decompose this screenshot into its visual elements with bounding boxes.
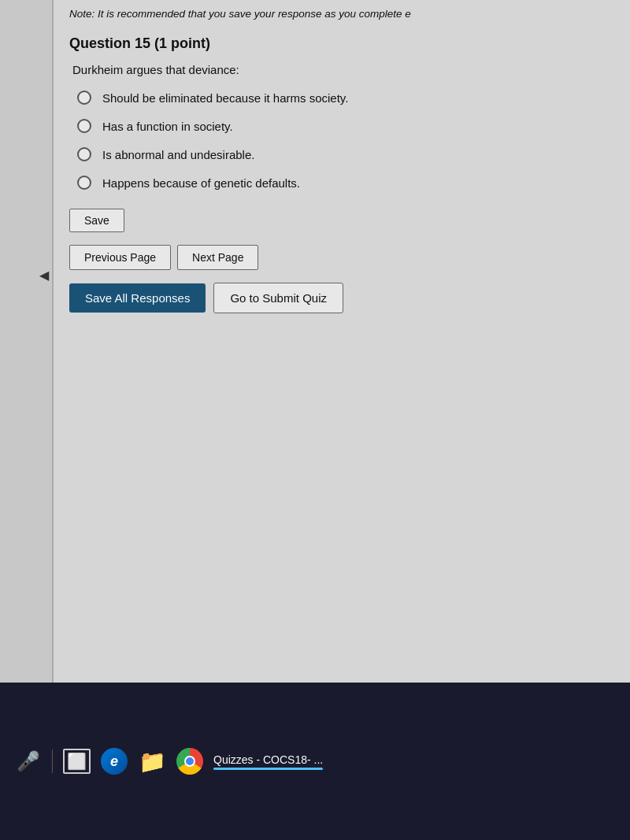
note-text: Note: It is recommended that you save yo… <box>69 8 614 20</box>
save-button[interactable]: Save <box>69 209 124 232</box>
go-to-submit-quiz-button[interactable]: Go to Submit Quiz <box>213 283 343 313</box>
question-title: Question 15 (1 point) <box>69 35 614 52</box>
ie-icon: e <box>101 748 128 775</box>
radio-b[interactable] <box>77 119 91 133</box>
quizzes-tab-label: Quizzes - COCS18- ... <box>213 753 323 766</box>
radio-d[interactable] <box>77 176 91 190</box>
taskbar: 🎤 ⬜ e 📁 <box>0 683 630 840</box>
option-d-label: Happens because of genetic defaults. <box>102 176 300 190</box>
radio-a[interactable] <box>77 91 91 105</box>
question-points: (1 point) <box>154 35 210 51</box>
option-a[interactable]: Should be eliminated because it harms so… <box>77 91 614 105</box>
content-area: Note: It is recommended that you save yo… <box>54 0 630 683</box>
tab-underline <box>213 768 323 770</box>
option-d[interactable]: Happens because of genetic defaults. <box>77 176 614 190</box>
option-b[interactable]: Has a function in society. <box>77 119 614 133</box>
option-b-label: Has a function in society. <box>102 120 233 133</box>
next-page-button[interactable]: Next Page <box>177 245 258 270</box>
desktop-icon[interactable]: ⬜ <box>62 747 91 775</box>
main-content: ◀ Note: It is recommended that you save … <box>0 0 630 683</box>
previous-page-button[interactable]: Previous Page <box>69 245 171 270</box>
options-list: Should be eliminated because it harms so… <box>77 91 614 190</box>
radio-c[interactable] <box>77 147 91 161</box>
folder-taskbar-icon[interactable]: 📁 <box>138 747 166 775</box>
nav-buttons: Previous Page Next Page <box>69 245 614 270</box>
question-number: Question 15 <box>69 35 150 51</box>
question-text: Durkheim argues that deviance: <box>72 63 614 76</box>
option-a-label: Should be eliminated because it harms so… <box>102 91 348 105</box>
save-all-responses-button[interactable]: Save All Responses <box>69 283 206 313</box>
folder-icon: 📁 <box>139 749 166 775</box>
mic-taskbar-icon[interactable]: 🎤 <box>14 747 43 775</box>
chrome-inner <box>184 756 195 767</box>
ie-taskbar-icon[interactable]: e <box>100 747 128 775</box>
chrome-taskbar-group[interactable] <box>176 747 204 775</box>
bottom-buttons: Save All Responses Go to Submit Quiz <box>69 283 614 313</box>
option-c-label: Is abnormal and undesirable. <box>102 148 254 161</box>
chrome-icon <box>176 748 203 775</box>
taskbar-top-row: 🎤 ⬜ e 📁 <box>8 741 622 782</box>
left-sidebar: ◀ <box>0 0 54 683</box>
quizzes-tab[interactable]: Quizzes - COCS18- ... <box>213 753 323 770</box>
taskbar-apps: ⬜ e 📁 Quizzes - COCS18- ... <box>62 747 323 775</box>
sidebar-arrow-icon[interactable]: ◀ <box>39 268 49 283</box>
option-c[interactable]: Is abnormal and undesirable. <box>77 147 614 161</box>
